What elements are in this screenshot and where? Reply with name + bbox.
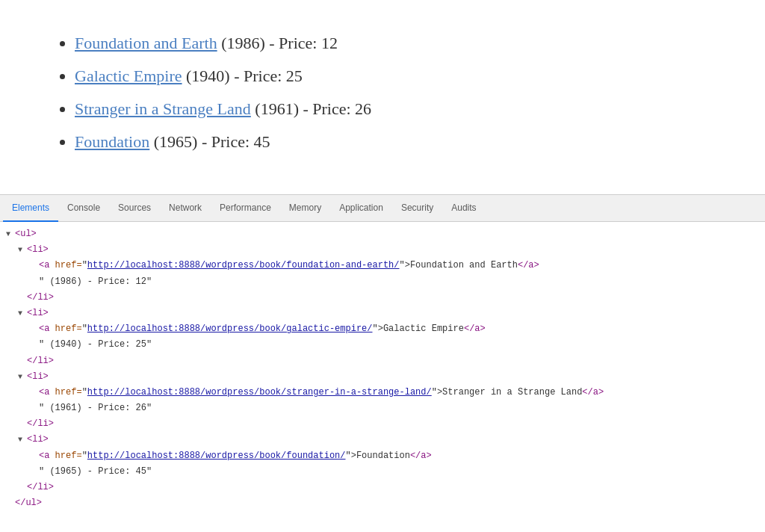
book-list-item: Foundation (1965) - Price: 45	[75, 134, 720, 150]
expand-triangle	[18, 482, 27, 494]
html-line: </li>	[0, 353, 765, 369]
tab-memory[interactable]: Memory	[280, 195, 330, 222]
html-line: </li>	[0, 290, 765, 306]
tab-application[interactable]: Application	[330, 195, 392, 222]
expand-triangle	[30, 324, 39, 335]
book-list-item: Galactic Empire (1940) - Price: 25	[75, 68, 720, 84]
expand-triangle	[30, 403, 39, 415]
book-meta: (1940) - Price: 25	[182, 66, 303, 85]
expand-triangle[interactable]: ▼	[6, 229, 15, 241]
expand-triangle	[30, 339, 39, 351]
expand-triangle	[6, 498, 15, 510]
book-link[interactable]: Foundation and Earth	[75, 34, 217, 52]
html-line: <a href="http://localhost:8888/wordpress…	[0, 448, 765, 464]
book-list-item: Foundation and Earth (1986) - Price: 12	[75, 35, 720, 52]
tab-console[interactable]: Console	[58, 195, 109, 222]
page-content: Foundation and Earth (1986) - Price: 12G…	[0, 0, 765, 194]
book-link[interactable]: Foundation	[75, 132, 149, 151]
html-line: " (1965) - Price: 45"	[0, 464, 765, 480]
html-line: ▼ <li>	[0, 369, 765, 385]
book-meta: (1965) - Price: 45	[149, 132, 270, 151]
devtools-panel: ElementsConsoleSourcesNetworkPerformance…	[0, 194, 765, 532]
book-link[interactable]: Galactic Empire	[75, 66, 182, 85]
html-line: </li>	[0, 416, 765, 432]
book-link[interactable]: Stranger in a Strange Land	[75, 99, 251, 118]
tab-sources[interactable]: Sources	[109, 195, 160, 222]
expand-triangle	[30, 260, 39, 272]
html-line: ▼ <li>	[0, 432, 765, 448]
expand-triangle	[18, 418, 27, 430]
expand-triangle[interactable]: ▼	[18, 244, 27, 256]
html-line: ▼ <li>	[0, 242, 765, 258]
tab-performance[interactable]: Performance	[211, 195, 280, 222]
tab-elements[interactable]: Elements	[3, 195, 58, 222]
expand-triangle	[30, 451, 39, 463]
tab-security[interactable]: Security	[392, 195, 442, 222]
expand-triangle	[30, 276, 39, 288]
html-line: <a href="http://localhost:8888/wordpress…	[0, 321, 765, 337]
tab-network[interactable]: Network	[160, 195, 211, 222]
html-line: " (1940) - Price: 25"	[0, 337, 765, 353]
book-list: Foundation and Earth (1986) - Price: 12G…	[45, 35, 720, 167]
html-line: ▼ <li>	[0, 306, 765, 321]
html-line: <a href="http://localhost:8888/wordpress…	[0, 385, 765, 400]
expand-triangle	[30, 466, 39, 478]
devtools-elements-content[interactable]: ▼ <ul>▼ <li> <a href="http://localhost:8…	[0, 222, 765, 532]
devtools-tab-bar: ElementsConsoleSourcesNetworkPerformance…	[0, 195, 765, 222]
expand-triangle[interactable]: ▼	[18, 434, 27, 446]
html-line: " (1961) - Price: 26"	[0, 400, 765, 416]
html-line: <a href="http://localhost:8888/wordpress…	[0, 258, 765, 273]
expand-triangle	[30, 387, 39, 399]
html-line: ▼ <ul>	[0, 226, 765, 242]
html-line: </ul>	[0, 495, 765, 511]
html-line: </li>	[0, 480, 765, 495]
book-meta: (1961) - Price: 26	[251, 99, 371, 118]
expand-triangle	[18, 356, 27, 368]
expand-triangle	[18, 292, 27, 304]
book-meta: (1986) - Price: 12	[217, 34, 338, 52]
tab-audits[interactable]: Audits	[442, 195, 485, 222]
book-list-item: Stranger in a Strange Land (1961) - Pric…	[75, 101, 720, 117]
html-line: " (1986) - Price: 12"	[0, 274, 765, 290]
expand-triangle[interactable]: ▼	[18, 371, 27, 383]
expand-triangle[interactable]: ▼	[18, 308, 27, 320]
